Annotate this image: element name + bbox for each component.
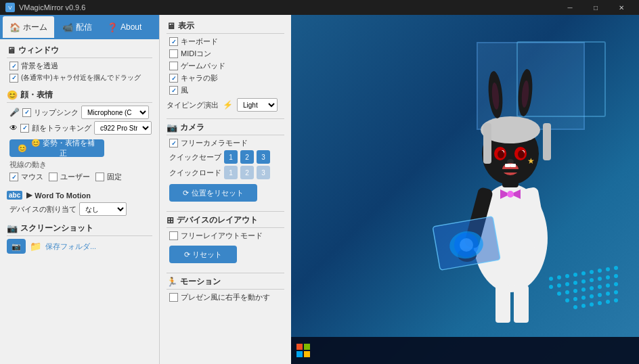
lipsync-select[interactable]: Microphone (C <box>81 106 149 119</box>
face-section-icon: 😊 <box>7 90 18 100</box>
free-layout-checkbox[interactable] <box>169 231 178 240</box>
fixed-motion-checkbox[interactable] <box>95 173 104 181</box>
svg-point-70 <box>590 302 594 306</box>
svg-point-54 <box>565 290 569 294</box>
wtm-device-label: デバイスの割り当て <box>9 204 76 214</box>
quick-save-2[interactable]: 2 <box>240 150 254 164</box>
svg-point-41 <box>598 269 602 273</box>
display-section-title: 表示 <box>178 20 194 32</box>
quick-load-3[interactable]: 3 <box>257 166 270 179</box>
wind-display-row: 風 <box>167 85 284 95</box>
svg-point-59 <box>606 283 610 288</box>
minimize-button[interactable]: ─ <box>558 0 582 15</box>
svg-point-58 <box>598 285 602 289</box>
tab-streaming[interactable]: 📹 配信 <box>56 16 99 38</box>
wtm-arrow-icon: ▶ <box>26 191 32 200</box>
window-controls: ─ □ ✕ <box>558 0 634 15</box>
svg-point-44 <box>549 285 553 289</box>
folder-link[interactable]: 保存フォルダ... <box>45 242 96 252</box>
motion-section-header: 🏃 モーション <box>167 276 284 290</box>
adjust-icon: 😊 <box>18 144 27 153</box>
device-reset-label: ⟳ リセット <box>184 250 222 260</box>
wind-display-checkbox[interactable] <box>169 86 178 95</box>
svg-rect-19 <box>502 169 519 173</box>
svg-point-72 <box>606 300 610 304</box>
device-layout-section: ⊞ デバイスのレイアウト フリーレイアウトモード ⟳ リセット <box>167 214 284 266</box>
keyboard-display-checkbox[interactable] <box>169 37 178 46</box>
mic-icon: 🎤 <box>9 108 20 117</box>
device-reset-button[interactable]: ⟳ リセット <box>169 246 237 263</box>
typing-effect-label: タイピング演出 <box>167 100 219 110</box>
free-camera-checkbox[interactable] <box>169 139 178 147</box>
fixed-motion-row: 固定 <box>95 172 122 182</box>
svg-point-36 <box>557 275 561 279</box>
svg-point-25 <box>507 191 514 198</box>
tab-home[interactable]: 🏠 ホーム <box>3 16 54 38</box>
adjust-button[interactable]: 😊 😊 姿勢・表情を補正 <box>9 139 104 157</box>
free-layout-row: フリーレイアウトモード <box>167 231 284 241</box>
svg-point-32 <box>460 238 473 252</box>
face-tracking-select[interactable]: c922 Pro Strea <box>94 121 152 135</box>
fixed-motion-label: 固定 <box>107 172 122 182</box>
svg-point-56 <box>581 288 586 292</box>
svg-point-43 <box>614 266 618 270</box>
gamepad-display-label: ゲームパッド <box>181 61 225 71</box>
svg-rect-76 <box>296 351 303 357</box>
quick-save-3[interactable]: 3 <box>257 150 270 164</box>
adjust-label: 😊 姿勢・表情を補正 <box>30 138 96 158</box>
screenshot-section-icon: 📷 <box>7 223 18 233</box>
wtm-device-select[interactable]: なし キーボード ゲームパッド <box>79 202 127 216</box>
display-icon: 🖥 <box>167 21 175 31</box>
svg-rect-5 <box>483 123 491 164</box>
gamepad-display-checkbox[interactable] <box>169 62 178 70</box>
body-motion-options: マウス ユーザー 固定 <box>7 172 152 184</box>
taskbar <box>291 337 639 364</box>
tab-about[interactable]: ❓ About <box>100 16 148 38</box>
svg-point-39 <box>581 271 586 275</box>
tab-about-label: About <box>120 22 141 32</box>
middle-panel: 🖥 表示 キーボード MIDIコン ゲームパッド キャラの影 風 <box>159 15 291 364</box>
face-section: 😊 顔・表情 🎤 リップシンク Microphone (C 👁 顔をトラッ <box>7 89 152 184</box>
svg-point-52 <box>614 274 618 278</box>
bg-transparent-checkbox[interactable] <box>9 62 18 70</box>
free-camera-label: フリーカメラモード <box>181 138 248 148</box>
svg-point-60 <box>614 282 618 286</box>
lightning-icon: ⚡ <box>223 100 233 110</box>
close-button[interactable]: ✕ <box>609 0 634 15</box>
user-motion-checkbox[interactable] <box>49 173 58 181</box>
svg-rect-34 <box>514 286 529 323</box>
present-hand-checkbox[interactable] <box>169 293 178 302</box>
lipsync-checkbox[interactable] <box>22 108 31 117</box>
midi-display-checkbox[interactable] <box>169 49 178 58</box>
divider-2 <box>167 211 284 212</box>
divider-1 <box>167 118 284 119</box>
wtm-header: abc ▶ Word To Motion <box>7 191 152 200</box>
face-section-header: 😊 顔・表情 <box>7 89 152 103</box>
quick-load-2[interactable]: 2 <box>240 166 254 179</box>
quick-load-1[interactable]: 1 <box>224 166 238 179</box>
maximize-button[interactable]: □ <box>583 0 608 15</box>
wtm-title: Word To Motion <box>35 191 91 200</box>
motion-section-title: モーション <box>180 276 221 288</box>
svg-point-16 <box>518 150 525 158</box>
app-icon: V <box>5 3 15 12</box>
drag-character-checkbox[interactable] <box>9 74 18 83</box>
device-layout-header: ⊞ デバイスのレイアウト <box>167 214 284 228</box>
face-tracking-checkbox[interactable] <box>20 124 29 133</box>
face-tracking-row: 👁 顔をトラッキング c922 Pro Strea <box>7 121 152 135</box>
quick-save-1[interactable]: 1 <box>224 150 238 164</box>
face-tracking-label: 顔をトラッキング <box>32 123 91 133</box>
typing-effect-row: タイピング演出 ⚡ None Light Strong <box>167 98 284 112</box>
shadow-display-checkbox[interactable] <box>169 74 178 83</box>
typing-effect-select[interactable]: None Light Strong <box>237 98 278 112</box>
bg-transparent-row: 背景を透過 <box>7 61 152 71</box>
folder-icon: 📁 <box>30 241 41 252</box>
mouse-motion-checkbox[interactable] <box>9 173 18 181</box>
svg-point-45 <box>557 283 561 288</box>
reset-position-button[interactable]: ⟳ 位置をリセット <box>169 184 257 202</box>
camera-section-header: 📷 カメラ <box>167 122 284 135</box>
svg-point-73 <box>614 298 618 302</box>
body-motion-header: 視線の動き <box>7 160 152 170</box>
window-section-title: ウィンドウ <box>18 45 59 56</box>
screenshot-button[interactable]: 📷 <box>7 239 26 254</box>
